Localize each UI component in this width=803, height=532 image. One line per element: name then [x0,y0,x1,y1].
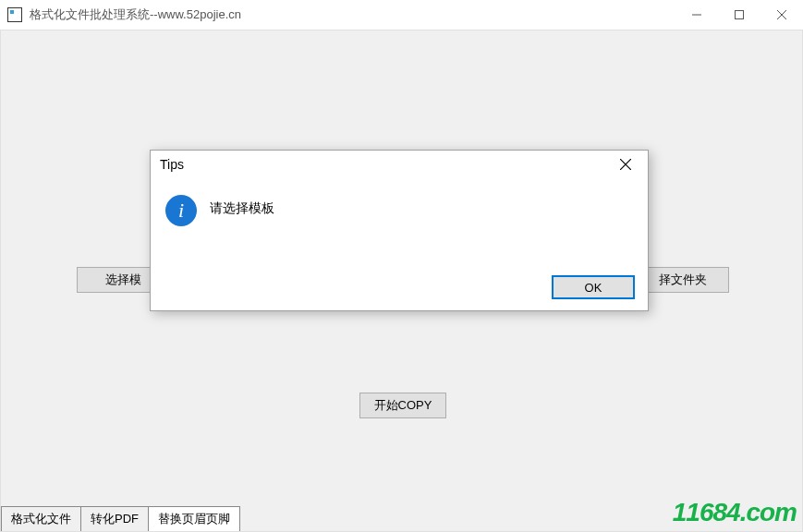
titlebar: 格式化文件批处理系统--www.52pojie.cn [0,0,803,30]
dialog-body: i 请选择模板 [151,178,648,226]
close-button[interactable] [760,0,803,30]
info-icon: i [165,195,197,226]
select-folder-button[interactable]: 择文件夹 [637,267,729,293]
main-window: 格式化文件批处理系统--www.52pojie.cn 选择模 择文件夹 开始CO… [0,0,803,532]
tab-bar: 格式化文件 转化PDF 替换页眉页脚 [1,506,239,531]
dialog-footer: OK [552,275,635,299]
dialog-titlebar: Tips [151,151,648,178]
tab-replace-header-footer[interactable]: 替换页眉页脚 [148,506,240,531]
ok-button[interactable]: OK [552,275,635,299]
minimize-button[interactable] [675,0,718,30]
start-copy-button[interactable]: 开始COPY [359,393,446,418]
dialog-message: 请选择模板 [210,195,274,217]
tips-dialog: Tips i 请选择模板 OK [150,150,649,311]
dialog-title: Tips [160,157,613,172]
tab-convert-pdf[interactable]: 转化PDF [80,506,149,531]
tab-format-files[interactable]: 格式化文件 [1,506,81,531]
window-title: 格式化文件批处理系统--www.52pojie.cn [30,6,675,23]
window-controls [675,0,803,30]
maximize-button[interactable] [718,0,760,30]
dialog-close-button[interactable] [613,151,639,177]
watermark: 11684.com [673,498,797,527]
app-icon [7,7,22,22]
svg-rect-1 [736,11,744,19]
